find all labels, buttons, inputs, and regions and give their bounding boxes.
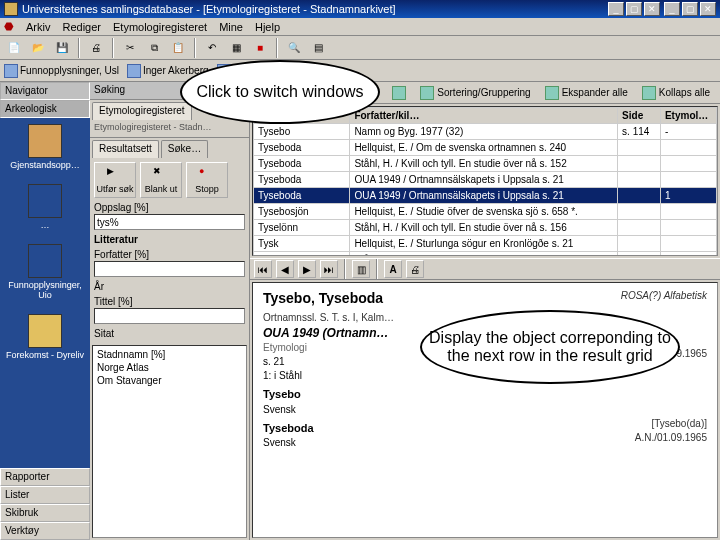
tittel-input[interactable] (94, 308, 245, 324)
view-button[interactable]: ▥ (352, 260, 370, 278)
table-cell: Ståhl, H. / Kvill och tyll. En studie öv… (350, 156, 618, 172)
detail-subheading: Ortnamnssl. S. T. s. I, Kalm… (263, 311, 394, 325)
last-record-button[interactable]: ⏭ (320, 260, 338, 278)
print-icon[interactable]: 🖨 (86, 38, 106, 58)
search-icon[interactable]: 🔍 (284, 38, 304, 58)
expand-icon (545, 86, 559, 100)
table-row[interactable]: TyskHellquist, E. / Sturlunga sögur en K… (254, 236, 717, 252)
close-button[interactable]: ✕ (700, 2, 716, 16)
menubar-icon: ⬣ (4, 20, 14, 33)
menu-etymologi[interactable]: Etymologiregisteret (113, 21, 207, 33)
grid-icon-button[interactable] (388, 85, 410, 101)
col-etymol[interactable]: Etymol… (660, 108, 716, 124)
nav-skibruk[interactable]: Skibruk (0, 504, 90, 522)
list-item[interactable]: Norge Atlas (95, 361, 244, 374)
blank-ut-button[interactable]: ✖Blank ut (140, 162, 182, 198)
sheet-icon[interactable]: ▤ (308, 38, 328, 58)
color-icon[interactable]: ■ (250, 38, 270, 58)
menu-mine[interactable]: Mine (219, 21, 243, 33)
table-row[interactable]: TysebodaOUA 1949 / Ortnamnsälskapets i U… (254, 172, 717, 188)
sort-icon (420, 86, 434, 100)
table-cell: Tysebo (254, 124, 350, 140)
menubar: ⬣ Arkiv Rediger Etymologiregisteret Mine… (0, 18, 720, 36)
surface-icon[interactable]: ▦ (226, 38, 246, 58)
nav-lister[interactable]: Lister (0, 486, 90, 504)
card-icon (28, 184, 62, 218)
table-cell: Tyseboda (254, 140, 350, 156)
table-row[interactable]: TysebodaStåhl, H. / Kvill och tyll. En s… (254, 156, 717, 172)
menu-rediger[interactable]: Rediger (62, 21, 101, 33)
open-icon[interactable]: 📂 (28, 38, 48, 58)
print-detail-button[interactable]: 🖨 (406, 260, 424, 278)
table-cell: OUA 1949 / Ortnamnsälskapets i Uppsala s… (350, 188, 618, 204)
child-close-button[interactable]: ✕ (644, 2, 660, 16)
btn-label: Utfør søk (97, 184, 134, 194)
nav-item-forekomst[interactable]: Forekomst - Dyreliv (5, 314, 85, 360)
new-icon[interactable]: 📄 (4, 38, 24, 58)
table-row[interactable]: TysebodaOUA 1949 / Ortnamnsälskapets i U… (254, 188, 717, 204)
table-cell: Hellquist, E. / Om de svenska ortnamnen … (350, 140, 618, 156)
table-cell: Tysk (254, 236, 350, 252)
table-cell: OUA 1949 / Ortnamnsälskapets i Uppsala s… (350, 172, 618, 188)
table-row[interactable]: TyskStåhl, H. / SBMrk IIIs. 27 (254, 252, 717, 257)
next-record-button[interactable]: ▶ (298, 260, 316, 278)
nav-label: Forekomst - Dyreliv (6, 350, 84, 360)
result-grid[interactable]: Oppslag Forfatter/kil… Side Etymol… Tyse… (252, 106, 718, 256)
menu-hjelp[interactable]: Hjelp (255, 21, 280, 33)
table-row[interactable]: TysebodaHellquist, E. / Om de svenska or… (254, 140, 717, 156)
tab-resultatsett[interactable]: Resultatsett (92, 140, 159, 158)
section-tysebo: Tysebo (263, 387, 707, 402)
collapse-all-button[interactable]: Kollaps alle (638, 85, 714, 101)
callout-text: Click to switch windows (196, 83, 363, 101)
stopp-button[interactable]: ●Stopp (186, 162, 228, 198)
nav-item-funnopp[interactable]: Funnopplysninger, Uio (5, 244, 85, 300)
table-row[interactable]: TyseboNamn og Byg. 1977 (32)s. 114- (254, 124, 717, 140)
field-oppslag: Oppslag [%] (94, 202, 245, 230)
col-side[interactable]: Side (618, 108, 661, 124)
oppslag-input[interactable] (94, 214, 245, 230)
tab-soke[interactable]: Søke… (161, 140, 208, 158)
clear-icon: ✖ (153, 166, 169, 182)
forfatter-input[interactable] (94, 261, 245, 277)
table-cell: Ståhl, H. / Kvill och tyll. En studie öv… (350, 220, 618, 236)
window-tab-funnopp[interactable]: Funnopplysninger, Usl (4, 64, 119, 78)
list-item[interactable]: Stadnnamn [%] (95, 348, 244, 361)
tab-etymologi[interactable]: Etymologiregisteret (92, 102, 192, 120)
search-list[interactable]: Stadnnamn [%] Norge Atlas Om Stavanger (92, 345, 247, 538)
first-record-button[interactable]: ⏮ (254, 260, 272, 278)
search-buttons: ▶Utfør søk ✖Blank ut ●Stopp (94, 162, 245, 198)
copy-icon[interactable]: ⧉ (144, 38, 164, 58)
table-row[interactable]: TysebosjönHellquist, E. / Studie öfver d… (254, 204, 717, 220)
child-minimize-button[interactable]: _ (608, 2, 624, 16)
prev-record-button[interactable]: ◀ (276, 260, 294, 278)
undo-icon[interactable]: ↶ (202, 38, 222, 58)
nav-verktoy[interactable]: Verktøy (0, 522, 90, 540)
table-cell (660, 156, 716, 172)
callout-text: Display the object correponding to the n… (422, 329, 678, 365)
run-icon: ▶ (107, 166, 123, 182)
table-cell: Tysk (254, 252, 350, 257)
maximize-button[interactable]: ▢ (682, 2, 698, 16)
font-button[interactable]: A (384, 260, 402, 278)
menu-arkiv[interactable]: Arkiv (26, 21, 50, 33)
save-icon[interactable]: 💾 (52, 38, 72, 58)
minimize-button[interactable]: _ (664, 2, 680, 16)
col-forfatter[interactable]: Forfatter/kil… (350, 108, 618, 124)
table-cell (660, 204, 716, 220)
nav-item-2[interactable]: … (5, 184, 85, 230)
nav-item-gjenstand[interactable]: Gjenstandsopp… (5, 124, 85, 170)
table-row[interactable]: TyselönnStåhl, H. / Kvill och tyll. En s… (254, 220, 717, 236)
paste-icon[interactable]: 📋 (168, 38, 188, 58)
child-maximize-button[interactable]: ▢ (626, 2, 642, 16)
navigator-tab[interactable]: Arkeologisk (0, 100, 90, 118)
navigator-bottom: Rapporter Lister Skibruk Verktøy (0, 468, 90, 540)
nav-rapporter[interactable]: Rapporter (0, 468, 90, 486)
field-aar: År (94, 281, 245, 292)
list-item[interactable]: Om Stavanger (95, 374, 244, 387)
expand-all-button[interactable]: Ekspander alle (541, 85, 632, 101)
window-title: Universitetenes samlingsdatabaser - [Ety… (22, 3, 608, 15)
cut-icon[interactable]: ✂ (120, 38, 140, 58)
sort-group-button[interactable]: Sortering/Gruppering (416, 85, 534, 101)
table-cell: Tyselönn (254, 220, 350, 236)
utfor-sok-button[interactable]: ▶Utfør søk (94, 162, 136, 198)
